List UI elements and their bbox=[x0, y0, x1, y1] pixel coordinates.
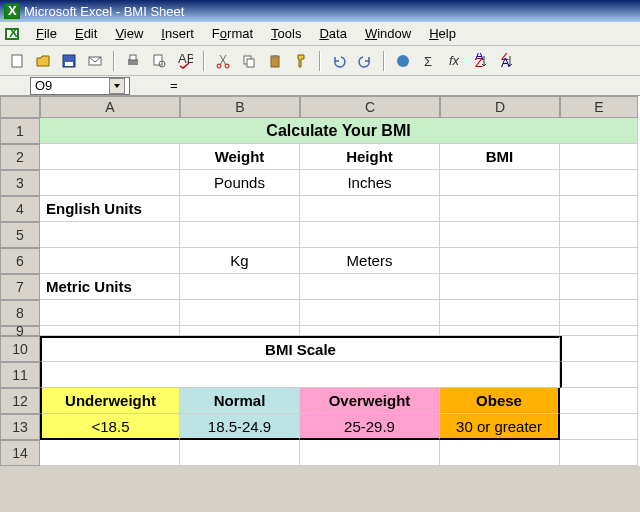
cell-e4[interactable] bbox=[560, 196, 638, 222]
cell-title[interactable]: Calculate Your BMI bbox=[40, 118, 638, 144]
cell-b9[interactable] bbox=[180, 326, 300, 336]
cell-e9[interactable] bbox=[560, 326, 638, 336]
cell-c5[interactable] bbox=[300, 222, 440, 248]
cell-uw-value[interactable]: <18.5 bbox=[40, 414, 180, 440]
cell-a3[interactable] bbox=[40, 170, 180, 196]
cell-a6[interactable] bbox=[40, 248, 180, 274]
menu-tools[interactable]: Tools bbox=[263, 24, 309, 43]
sort-asc-icon[interactable]: AZ bbox=[470, 50, 492, 72]
cell-c4[interactable] bbox=[300, 196, 440, 222]
row-header-4[interactable]: 4 bbox=[0, 196, 40, 222]
cell-c7[interactable] bbox=[300, 274, 440, 300]
format-painter-icon[interactable] bbox=[290, 50, 312, 72]
cut-icon[interactable] bbox=[212, 50, 234, 72]
cell-underweight[interactable]: Underweight bbox=[40, 388, 180, 414]
cell-meters[interactable]: Meters bbox=[300, 248, 440, 274]
col-header-e[interactable]: E bbox=[560, 96, 638, 118]
row-header-13[interactable]: 13 bbox=[0, 414, 40, 440]
cell-d4[interactable] bbox=[440, 196, 560, 222]
cell-a14[interactable] bbox=[40, 440, 180, 466]
row-header-2[interactable]: 2 bbox=[0, 144, 40, 170]
cell-b14[interactable] bbox=[180, 440, 300, 466]
cell-c14[interactable] bbox=[300, 440, 440, 466]
print-icon[interactable] bbox=[122, 50, 144, 72]
cell-e2[interactable] bbox=[560, 144, 638, 170]
row-header-9[interactable]: 9 bbox=[0, 326, 40, 336]
row-header-12[interactable]: 12 bbox=[0, 388, 40, 414]
paste-function-icon[interactable]: fx bbox=[444, 50, 466, 72]
cell-height[interactable]: Height bbox=[300, 144, 440, 170]
open-icon[interactable] bbox=[32, 50, 54, 72]
cell-d8[interactable] bbox=[440, 300, 560, 326]
cell-b7[interactable] bbox=[180, 274, 300, 300]
menu-insert[interactable]: Insert bbox=[153, 24, 202, 43]
cell-e8[interactable] bbox=[560, 300, 638, 326]
new-icon[interactable] bbox=[6, 50, 28, 72]
cell-b4[interactable] bbox=[180, 196, 300, 222]
cell-e14[interactable] bbox=[560, 440, 638, 466]
cell-d5[interactable] bbox=[440, 222, 560, 248]
cell-ob-value[interactable]: 30 or greater bbox=[440, 414, 560, 440]
cell-normal[interactable]: Normal bbox=[180, 388, 300, 414]
row-header-5[interactable]: 5 bbox=[0, 222, 40, 248]
row-header-7[interactable]: 7 bbox=[0, 274, 40, 300]
menu-edit[interactable]: Edit bbox=[67, 24, 105, 43]
cell-b8[interactable] bbox=[180, 300, 300, 326]
menu-data[interactable]: Data bbox=[311, 24, 354, 43]
redo-icon[interactable] bbox=[354, 50, 376, 72]
cell-a8[interactable] bbox=[40, 300, 180, 326]
cell-english[interactable]: English Units bbox=[40, 196, 180, 222]
cell-a9[interactable] bbox=[40, 326, 180, 336]
name-box-dropdown-icon[interactable] bbox=[109, 78, 125, 94]
spreadsheet-grid[interactable]: A B C D E 1 2 3 4 5 6 7 8 9 10 11 12 13 … bbox=[0, 96, 640, 466]
menu-file[interactable]: File bbox=[28, 24, 65, 43]
cell-nm-value[interactable]: 18.5-24.9 bbox=[180, 414, 300, 440]
col-header-b[interactable]: B bbox=[180, 96, 300, 118]
cell-obese[interactable]: Obese bbox=[440, 388, 560, 414]
cell-d7[interactable] bbox=[440, 274, 560, 300]
row-header-3[interactable]: 3 bbox=[0, 170, 40, 196]
cell-weight[interactable]: Weight bbox=[180, 144, 300, 170]
menu-view[interactable]: View bbox=[107, 24, 151, 43]
cell-metric[interactable]: Metric Units bbox=[40, 274, 180, 300]
cell-bmi[interactable]: BMI bbox=[440, 144, 560, 170]
col-header-c[interactable]: C bbox=[300, 96, 440, 118]
cell-e3[interactable] bbox=[560, 170, 638, 196]
cell-c8[interactable] bbox=[300, 300, 440, 326]
cell-a2[interactable] bbox=[40, 144, 180, 170]
cell-d14[interactable] bbox=[440, 440, 560, 466]
cell-scale[interactable]: BMI Scale bbox=[40, 336, 560, 362]
row-header-14[interactable]: 14 bbox=[0, 440, 40, 466]
cell-d3[interactable] bbox=[440, 170, 560, 196]
cell-e13[interactable] bbox=[560, 414, 638, 440]
row-header-6[interactable]: 6 bbox=[0, 248, 40, 274]
col-header-d[interactable]: D bbox=[440, 96, 560, 118]
name-box[interactable]: O9 bbox=[30, 77, 130, 95]
paste-icon[interactable] bbox=[264, 50, 286, 72]
menu-window[interactable]: Window bbox=[357, 24, 419, 43]
cell-e11[interactable] bbox=[560, 362, 638, 388]
cell-e12[interactable] bbox=[560, 388, 638, 414]
row-header-1[interactable]: 1 bbox=[0, 118, 40, 144]
spellcheck-icon[interactable]: ABC bbox=[174, 50, 196, 72]
cell-d9[interactable] bbox=[440, 326, 560, 336]
row-header-11[interactable]: 11 bbox=[0, 362, 40, 388]
cell-pounds[interactable]: Pounds bbox=[180, 170, 300, 196]
cell-b5[interactable] bbox=[180, 222, 300, 248]
col-header-a[interactable]: A bbox=[40, 96, 180, 118]
cell-inches[interactable]: Inches bbox=[300, 170, 440, 196]
cell-e10[interactable] bbox=[560, 336, 638, 362]
cell-ow-value[interactable]: 25-29.9 bbox=[300, 414, 440, 440]
sort-desc-icon[interactable]: ZA bbox=[496, 50, 518, 72]
menu-format[interactable]: Format bbox=[204, 24, 261, 43]
email-icon[interactable] bbox=[84, 50, 106, 72]
copy-icon[interactable] bbox=[238, 50, 260, 72]
row-header-10[interactable]: 10 bbox=[0, 336, 40, 362]
cell-c9[interactable] bbox=[300, 326, 440, 336]
undo-icon[interactable] bbox=[328, 50, 350, 72]
menu-help[interactable]: Help bbox=[421, 24, 464, 43]
hyperlink-icon[interactable] bbox=[392, 50, 414, 72]
print-preview-icon[interactable] bbox=[148, 50, 170, 72]
cell-a5[interactable] bbox=[40, 222, 180, 248]
cell-kg[interactable]: Kg bbox=[180, 248, 300, 274]
